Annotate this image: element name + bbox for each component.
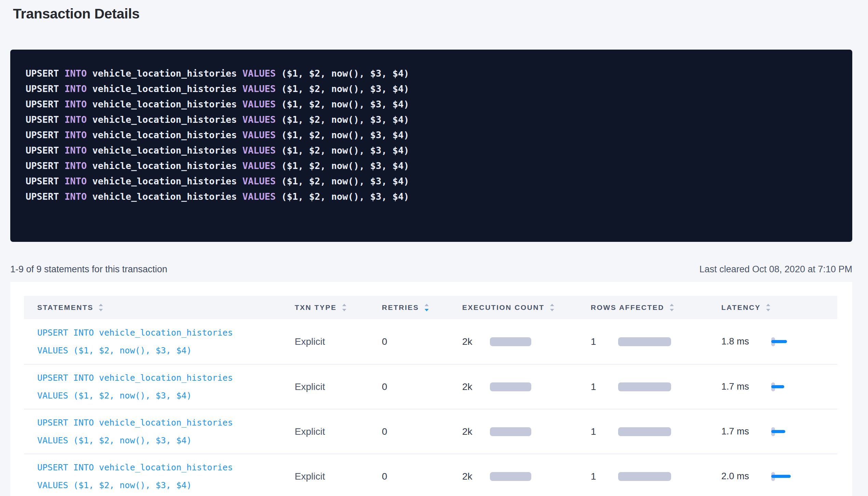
txn-type-cell: Explicit bbox=[295, 336, 382, 347]
sort-icon bbox=[342, 304, 346, 311]
latency-chart bbox=[771, 382, 799, 392]
sort-descending-icon bbox=[766, 309, 770, 311]
table-row: UPSERT INTO vehicle_location_histories V… bbox=[24, 409, 837, 454]
execution-count-value: 2k bbox=[462, 426, 490, 437]
statement-line-1: UPSERT INTO vehicle_location_histories bbox=[37, 414, 295, 432]
latency-chart bbox=[771, 337, 799, 347]
sort-descending-icon bbox=[342, 309, 346, 311]
statement-line-1: UPSERT INTO vehicle_location_histories bbox=[37, 324, 295, 342]
sort-descending-icon bbox=[99, 309, 103, 311]
execution-count-bar bbox=[490, 472, 531, 481]
sort-ascending-icon bbox=[342, 304, 346, 306]
latency-cell: 1.8 ms bbox=[721, 336, 837, 347]
column-header-latency[interactable]: LATENCY bbox=[721, 303, 837, 312]
sort-ascending-icon bbox=[670, 304, 674, 306]
table-row: UPSERT INTO vehicle_location_histories V… bbox=[24, 364, 837, 409]
retries-cell: 0 bbox=[382, 471, 462, 482]
latency-bar bbox=[771, 340, 787, 343]
rows-affected-value: 1 bbox=[591, 471, 618, 482]
rows-affected-cell: 1 bbox=[591, 426, 721, 437]
sort-ascending-icon bbox=[99, 304, 103, 306]
latency-bar bbox=[771, 475, 791, 478]
rows-affected-value: 1 bbox=[591, 426, 618, 437]
latency-value: 2.0 ms bbox=[721, 471, 771, 482]
latency-value: 1.7 ms bbox=[721, 381, 771, 392]
execution-count-bar bbox=[490, 337, 531, 346]
statements-table-card: STATEMENTS TXN TYPE RETRIES EXECUTION CO… bbox=[10, 282, 852, 496]
transaction-details-page: { "page": { "title": "Transaction Detail… bbox=[0, 0, 868, 496]
execution-count-value: 2k bbox=[462, 336, 490, 347]
execution-count-bar bbox=[490, 427, 531, 436]
rows-affected-value: 1 bbox=[591, 381, 618, 392]
latency-value: 1.8 ms bbox=[721, 336, 771, 347]
column-header-txn-type[interactable]: TXN TYPE bbox=[295, 303, 382, 312]
table-header-row: STATEMENTS TXN TYPE RETRIES EXECUTION CO… bbox=[24, 296, 837, 319]
retries-cell: 0 bbox=[382, 336, 462, 347]
rows-affected-cell: 1 bbox=[591, 471, 721, 482]
summary-row: 1-9 of 9 statements for this transaction… bbox=[10, 263, 852, 276]
latency-bar bbox=[771, 430, 785, 433]
column-header-statements[interactable]: STATEMENTS bbox=[24, 303, 295, 312]
sort-descending-icon bbox=[425, 309, 429, 311]
sort-icon bbox=[99, 304, 103, 311]
execution-count-cell: 2k bbox=[462, 336, 591, 347]
table-row: UPSERT INTO vehicle_location_histories V… bbox=[24, 454, 837, 496]
latency-cell: 2.0 ms bbox=[721, 471, 837, 482]
column-header-execution-count[interactable]: EXECUTION COUNT bbox=[462, 303, 591, 312]
rows-affected-value: 1 bbox=[591, 336, 618, 347]
sql-box: UPSERT INTO vehicle_location_histories V… bbox=[10, 50, 852, 242]
txn-type-cell: Explicit bbox=[295, 381, 382, 392]
latency-chart bbox=[771, 427, 799, 437]
execution-count-value: 2k bbox=[462, 381, 490, 392]
statement-line-2: VALUES ($1, $2, now(), $3, $4) bbox=[37, 342, 295, 360]
sort-icon bbox=[425, 304, 429, 311]
execution-count-cell: 2k bbox=[462, 471, 591, 482]
sort-icon bbox=[670, 304, 674, 311]
execution-count-value: 2k bbox=[462, 471, 490, 482]
sql-statement-line: UPSERT INTO vehicle_location_histories V… bbox=[26, 81, 837, 96]
sort-descending-icon bbox=[550, 309, 554, 311]
statement-line-2: VALUES ($1, $2, now(), $3, $4) bbox=[37, 477, 295, 494]
latency-chart bbox=[771, 471, 799, 482]
sql-statement-line: UPSERT INTO vehicle_location_histories V… bbox=[26, 173, 837, 189]
latency-bar bbox=[771, 385, 784, 388]
sql-statement-line: UPSERT INTO vehicle_location_histories V… bbox=[26, 96, 837, 112]
sql-statement-line: UPSERT INTO vehicle_location_histories V… bbox=[26, 112, 837, 127]
sort-descending-icon bbox=[670, 309, 674, 311]
sql-statement-line: UPSERT INTO vehicle_location_histories V… bbox=[26, 66, 837, 81]
sort-ascending-icon bbox=[766, 304, 770, 306]
txn-type-cell: Explicit bbox=[295, 471, 382, 482]
statement-line-2: VALUES ($1, $2, now(), $3, $4) bbox=[37, 387, 295, 405]
statement-link[interactable]: UPSERT INTO vehicle_location_histories V… bbox=[24, 459, 295, 494]
statement-link[interactable]: UPSERT INTO vehicle_location_histories V… bbox=[24, 414, 295, 449]
execution-count-cell: 2k bbox=[462, 381, 591, 392]
statement-link[interactable]: UPSERT INTO vehicle_location_histories V… bbox=[24, 369, 295, 405]
sort-icon bbox=[766, 304, 770, 311]
latency-cell: 1.7 ms bbox=[721, 381, 837, 392]
sql-statement-line: UPSERT INTO vehicle_location_histories V… bbox=[26, 189, 837, 204]
latency-cell: 1.7 ms bbox=[721, 426, 837, 437]
sort-ascending-icon bbox=[550, 304, 554, 306]
last-cleared-text: Last cleared Oct 08, 2020 at 7:10 PM bbox=[699, 263, 852, 276]
sort-ascending-icon bbox=[425, 304, 429, 306]
sort-icon bbox=[550, 304, 554, 311]
column-header-retries[interactable]: RETRIES bbox=[382, 303, 462, 312]
column-header-rows-affected[interactable]: ROWS AFFECTED bbox=[591, 303, 721, 312]
rows-affected-bar bbox=[618, 382, 671, 391]
retries-cell: 0 bbox=[382, 381, 462, 392]
rows-affected-bar bbox=[618, 427, 671, 436]
retries-cell: 0 bbox=[382, 426, 462, 437]
statement-link[interactable]: UPSERT INTO vehicle_location_histories V… bbox=[24, 324, 295, 360]
table-row: UPSERT INTO vehicle_location_histories V… bbox=[24, 319, 837, 364]
txn-type-cell: Explicit bbox=[295, 426, 382, 437]
table-body: UPSERT INTO vehicle_location_histories V… bbox=[24, 319, 837, 496]
execution-count-cell: 2k bbox=[462, 426, 591, 437]
sql-statement-line: UPSERT INTO vehicle_location_histories V… bbox=[26, 143, 837, 158]
statement-line-1: UPSERT INTO vehicle_location_histories bbox=[37, 369, 295, 387]
rows-affected-bar bbox=[618, 337, 671, 346]
rows-affected-cell: 1 bbox=[591, 336, 721, 347]
page-title: Transaction Details bbox=[13, 5, 852, 23]
rows-affected-bar bbox=[618, 472, 671, 481]
statement-line-1: UPSERT INTO vehicle_location_histories bbox=[37, 459, 295, 477]
execution-count-bar bbox=[490, 382, 531, 391]
